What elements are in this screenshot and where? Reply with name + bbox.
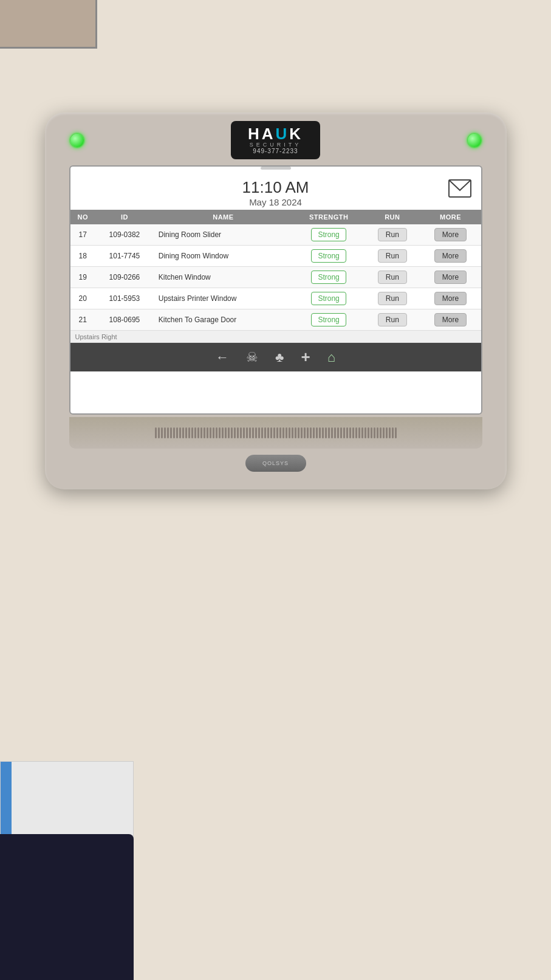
cell-more[interactable]: More <box>420 288 481 309</box>
speaker-dot <box>164 427 166 438</box>
speaker-dot <box>273 427 275 438</box>
cell-strength[interactable]: Strong <box>293 309 364 331</box>
strength-button[interactable]: Strong <box>311 292 346 305</box>
speaker-dot <box>197 427 199 438</box>
speaker-dot <box>200 427 202 438</box>
run-button[interactable]: Run <box>378 271 407 284</box>
speaker-dot <box>304 427 306 438</box>
speaker-dot <box>343 427 345 438</box>
speaker-dot <box>389 427 391 438</box>
speaker-dot <box>158 427 160 438</box>
cell-strength[interactable]: Strong <box>293 267 364 288</box>
sensor-table: NO ID NAME STRENGTH RUN MORE 17 109-0382… <box>70 210 481 343</box>
plus-icon[interactable]: + <box>301 348 310 367</box>
more-button[interactable]: More <box>434 313 467 326</box>
speaker-dot <box>228 427 230 438</box>
cell-more[interactable]: More <box>420 246 481 267</box>
speaker-dot <box>179 427 181 438</box>
speaker-dot <box>289 427 290 438</box>
shield-icon[interactable]: ☠ <box>246 350 258 365</box>
more-button[interactable]: More <box>434 271 467 284</box>
speaker-dot <box>319 427 321 438</box>
speaker-dot <box>255 427 257 438</box>
cell-more[interactable]: More <box>420 267 481 288</box>
speaker-dot <box>219 427 221 438</box>
speaker-dot <box>276 427 278 438</box>
speaker-dot <box>364 427 366 438</box>
speaker-dot <box>355 427 357 438</box>
speaker-dot <box>261 427 263 438</box>
cell-run[interactable]: Run <box>364 309 420 331</box>
brand-button[interactable]: QOLSYS <box>245 455 306 472</box>
more-button[interactable]: More <box>434 249 467 263</box>
run-button[interactable]: Run <box>378 249 407 263</box>
speaker-dot <box>295 427 296 438</box>
strength-button[interactable]: Strong <box>311 271 346 284</box>
speaker-dot <box>282 427 284 438</box>
speaker-dot <box>234 427 236 438</box>
speaker-dot <box>258 427 260 438</box>
cell-run[interactable]: Run <box>364 288 420 309</box>
led-right <box>468 134 481 147</box>
speaker-dot <box>334 427 336 438</box>
screen-date: May 18 2024 <box>70 197 481 207</box>
cell-name: Kitchen To Garage Door <box>154 309 293 331</box>
touchscreen[interactable]: 11:10 AM May 18 2024 NO ID NAME STRENGTH… <box>69 165 482 415</box>
cell-strength[interactable]: Strong <box>293 288 364 309</box>
speaker-dot <box>313 427 315 438</box>
speaker-dot <box>325 427 327 438</box>
speaker-dot <box>222 427 224 438</box>
speaker-dot <box>231 427 233 438</box>
speaker-dot <box>167 427 169 438</box>
speaker-dot <box>204 427 205 438</box>
table-row: 17 109-0382 Dining Room Slider Strong Ru… <box>70 224 481 246</box>
screen-header: 11:10 AM May 18 2024 <box>70 172 481 210</box>
speaker-dot <box>368 427 369 438</box>
speaker-dot <box>210 427 211 438</box>
run-button[interactable]: Run <box>378 292 407 305</box>
fire-icon[interactable]: ♣ <box>275 350 284 365</box>
strength-button[interactable]: Strong <box>311 313 346 326</box>
mail-icon[interactable] <box>448 179 471 198</box>
speaker-dot <box>216 427 217 438</box>
col-header-no: NO <box>70 210 96 224</box>
security-panel-device: HAUK SECURITY 949-377-2233 11:10 AM May … <box>45 112 507 489</box>
cell-more[interactable]: More <box>420 224 481 246</box>
strength-button[interactable]: Strong <box>311 249 346 263</box>
cell-strength[interactable]: Strong <box>293 224 364 246</box>
cell-strength[interactable]: Strong <box>293 246 364 267</box>
speaker-grille-dots <box>155 427 397 438</box>
speaker-dot <box>298 427 299 438</box>
table-header-row: NO ID NAME STRENGTH RUN MORE <box>70 210 481 224</box>
home-icon[interactable]: ⌂ <box>327 350 335 365</box>
speaker-dot <box>380 427 382 438</box>
cell-more[interactable]: More <box>420 309 481 331</box>
screen-progress-bar <box>261 167 291 170</box>
speaker-dot <box>249 427 251 438</box>
cell-run[interactable]: Run <box>364 267 420 288</box>
cell-no: 21 <box>70 309 96 331</box>
table-row: 18 101-7745 Dining Room Window Strong Ru… <box>70 246 481 267</box>
cell-no: 17 <box>70 224 96 246</box>
speaker-grille <box>69 417 482 449</box>
speaker-dot <box>286 427 287 438</box>
more-button[interactable]: More <box>434 292 467 305</box>
speaker-dot <box>377 427 378 438</box>
speaker-dot <box>352 427 354 438</box>
run-button[interactable]: Run <box>378 228 407 241</box>
cell-run[interactable]: Run <box>364 246 420 267</box>
run-button[interactable]: Run <box>378 313 407 326</box>
col-header-strength: STRENGTH <box>293 210 364 224</box>
led-left <box>70 134 84 147</box>
cell-name: Kitchen Window <box>154 267 293 288</box>
back-button[interactable]: ← <box>216 350 229 365</box>
cell-id: 108-0695 <box>95 309 154 331</box>
speaker-dot <box>322 427 324 438</box>
more-button[interactable]: More <box>434 228 467 241</box>
cell-run[interactable]: Run <box>364 224 420 246</box>
speaker-dot <box>395 427 397 438</box>
cell-id: 101-7745 <box>95 246 154 267</box>
table-row: 19 109-0266 Kitchen Window Strong Run Mo… <box>70 267 481 288</box>
strength-button[interactable]: Strong <box>311 228 346 241</box>
table-row: 20 101-5953 Upstairs Printer Window Stro… <box>70 288 481 309</box>
